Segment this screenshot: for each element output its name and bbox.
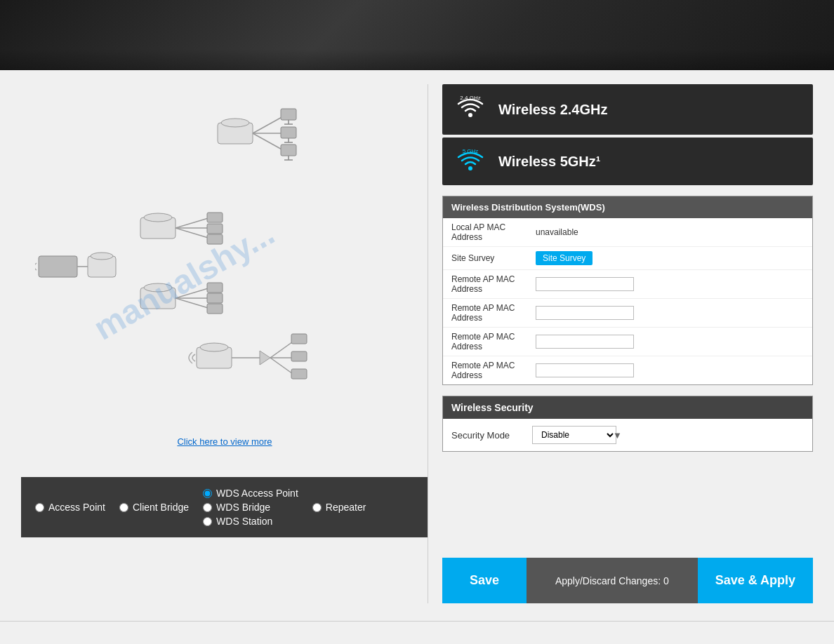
- svg-line-4: [253, 133, 284, 151]
- wds-remote-mac-1-label: Remote AP MACAddress: [451, 274, 536, 294]
- security-header: Wireless Security: [443, 396, 812, 419]
- mode-option-wds-access-point[interactable]: WDS Access Point: [203, 488, 298, 499]
- svg-rect-25: [207, 234, 223, 244]
- radio-wds-bridge[interactable]: [203, 503, 212, 512]
- left-panel: manualshy...: [21, 84, 428, 603]
- more-link[interactable]: Click here to view more: [177, 436, 272, 447]
- label-wds-bridge: WDS Bridge: [216, 502, 270, 513]
- wds-remote-mac-3-label: Remote AP MACAddress: [451, 332, 536, 351]
- wds-remote-mac-input-3[interactable]: [536, 335, 634, 349]
- wds-remote-mac-input-2[interactable]: [536, 306, 634, 320]
- svg-point-27: [144, 283, 172, 292]
- band-5-name: Wireless 5GHz¹: [498, 154, 600, 170]
- wds-local-mac-value: unavailable: [536, 227, 804, 237]
- mode-option-wds-bridge[interactable]: WDS Bridge: [203, 502, 298, 513]
- radio-client-bridge[interactable]: [119, 503, 128, 512]
- svg-rect-41: [291, 334, 307, 344]
- band-24-name: Wireless 2.4GHz: [498, 102, 607, 118]
- wds-remote-mac-2-label: Remote AP MACAddress: [451, 303, 536, 323]
- wifi-icon-2g: 2.4 GHz: [453, 93, 488, 126]
- diagram-svg-3: [183, 323, 337, 393]
- wds-remote-mac-input-1[interactable]: [536, 277, 634, 291]
- svg-marker-37: [260, 351, 270, 365]
- band-tabs: 2.4 GHz Wireless 2.4GHz 5 GHz: [442, 84, 813, 185]
- wds-row-site-survey: Site Survey Site Survey: [443, 247, 812, 270]
- wds-row-local-mac: Local AP MACAddress unavailable: [443, 218, 812, 247]
- svg-line-20: [176, 217, 211, 228]
- wds-row-remote-mac-4: Remote AP MACAddress: [443, 356, 812, 384]
- svg-point-35: [200, 343, 228, 351]
- footer-line: [0, 621, 834, 622]
- wds-row-remote-mac-3: Remote AP MACAddress: [443, 328, 812, 356]
- action-bar: Save Apply/Discard Changes: 0 Save & App…: [442, 558, 813, 603]
- wds-header: Wireless Distribution System(WDS): [443, 196, 812, 218]
- svg-rect-8: [281, 127, 296, 138]
- svg-text:5 GHz: 5 GHz: [463, 148, 479, 154]
- radio-wds-access-point[interactable]: [203, 489, 212, 498]
- svg-line-30: [176, 298, 211, 309]
- wds-row-remote-mac-2: Remote AP MACAddress: [443, 299, 812, 328]
- svg-line-2: [253, 116, 284, 133]
- save-button[interactable]: Save: [442, 558, 527, 603]
- svg-point-44: [468, 113, 472, 117]
- wds-site-survey-label: Site Survey: [451, 253, 536, 263]
- svg-rect-24: [207, 224, 223, 234]
- apply-discard-info: Apply/Discard Changes: 0: [527, 558, 698, 603]
- wds-section: Wireless Distribution System(WDS) Local …: [442, 196, 813, 385]
- diagrams-area: manualshy...: [21, 84, 428, 477]
- band-5-label-container: Wireless 5GHz¹: [498, 154, 600, 170]
- diagram-row-1: [77, 98, 414, 168]
- wds-modes-group: WDS Access Point WDS Bridge WDS Station: [203, 488, 298, 527]
- vertical-divider: [428, 84, 428, 603]
- save-apply-button[interactable]: Save & Apply: [698, 558, 813, 603]
- svg-rect-32: [207, 293, 223, 303]
- mode-option-wds-station[interactable]: WDS Station: [203, 516, 298, 527]
- svg-point-17: [91, 253, 113, 260]
- svg-point-46: [468, 166, 472, 170]
- svg-line-22: [176, 228, 211, 239]
- diagram-svg-1: [168, 98, 323, 168]
- diagram-row-2: [35, 210, 414, 323]
- svg-rect-5: [281, 109, 296, 120]
- diagram-row-3: [105, 323, 414, 393]
- svg-rect-33: [207, 304, 223, 314]
- svg-rect-23: [207, 213, 223, 222]
- mode-option-client-bridge[interactable]: Client Bridge: [119, 502, 189, 513]
- svg-rect-31: [207, 283, 223, 293]
- main-content: manualshy...: [0, 70, 834, 617]
- label-client-bridge: Client Bridge: [133, 502, 189, 513]
- radio-access-point[interactable]: [35, 503, 44, 512]
- security-section: Wireless Security Security Mode Disable …: [442, 396, 813, 452]
- svg-rect-42: [291, 351, 307, 361]
- wds-row-remote-mac-1: Remote AP MACAddress: [443, 270, 812, 299]
- diagram-svg-2: [126, 210, 288, 323]
- mode-option-access-point[interactable]: Access Point: [35, 502, 105, 513]
- svg-point-19: [144, 213, 172, 222]
- band-24-label-container: Wireless 2.4GHz: [498, 102, 607, 118]
- security-row: Security Mode Disable WEP WPA WPA2 ▼: [451, 426, 804, 444]
- label-repeater: Repeater: [326, 502, 366, 513]
- more-link-container: Click here to view more: [35, 435, 414, 448]
- label-wds-station: WDS Station: [216, 516, 272, 527]
- svg-rect-14: [39, 256, 77, 277]
- right-panel: 2.4 GHz Wireless 2.4GHz 5 GHz: [442, 84, 813, 603]
- label-access-point: Access Point: [48, 502, 105, 513]
- security-body: Security Mode Disable WEP WPA WPA2 ▼: [443, 419, 812, 451]
- radio-repeater[interactable]: [312, 503, 322, 512]
- wds-local-mac-label: Local AP MACAddress: [451, 222, 536, 242]
- tab-band-5[interactable]: 5 GHz Wireless 5GHz¹: [442, 137, 813, 185]
- header-banner: [0, 0, 834, 70]
- svg-text:2.4 GHz: 2.4 GHz: [460, 95, 480, 101]
- wds-remote-mac-input-4[interactable]: [536, 363, 634, 377]
- radio-wds-station[interactable]: [203, 517, 212, 526]
- tab-band-24[interactable]: 2.4 GHz Wireless 2.4GHz: [442, 84, 813, 135]
- wds-body: Local AP MACAddress unavailable Site Sur…: [443, 218, 812, 384]
- mode-option-repeater[interactable]: Repeater: [312, 502, 366, 513]
- more-link-text: Click here to view more: [177, 436, 272, 447]
- wifi-icon-5g: 5 GHz: [453, 146, 488, 177]
- svg-rect-11: [281, 145, 296, 156]
- security-mode-select[interactable]: Disable WEP WPA WPA2: [532, 426, 616, 444]
- router-svg: [35, 239, 119, 295]
- site-survey-button[interactable]: Site Survey: [536, 251, 593, 265]
- spacer: [442, 462, 813, 547]
